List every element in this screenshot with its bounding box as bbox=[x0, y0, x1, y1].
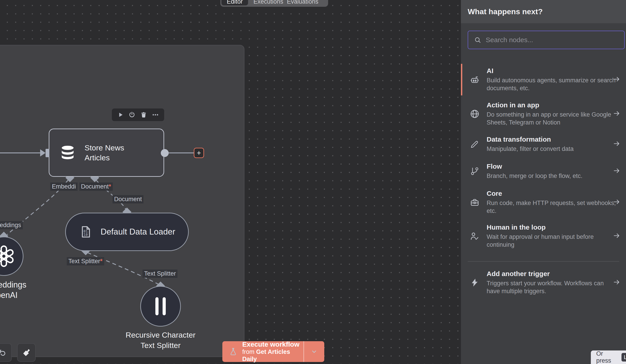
category-item-data-transformation[interactable]: Data transformation Manipulate, filter o… bbox=[461, 135, 626, 153]
item-title: Action in an app bbox=[487, 101, 618, 109]
splitter-icon bbox=[155, 297, 166, 315]
arrow-right-icon bbox=[613, 75, 620, 84]
node-store-news-articles[interactable]: Store News Articles bbox=[49, 128, 164, 177]
play-node-button[interactable] bbox=[117, 111, 124, 119]
tidy-up-button[interactable] bbox=[17, 343, 36, 362]
lightning-icon bbox=[470, 278, 480, 287]
undo-button[interactable] bbox=[0, 343, 12, 362]
item-title: Flow bbox=[487, 162, 618, 170]
broom-icon bbox=[22, 348, 31, 357]
arrow-right-icon bbox=[613, 110, 620, 118]
category-item-human-in-the-loop[interactable]: Human in the loop Wait for approval or h… bbox=[461, 223, 626, 249]
power-toggle-button[interactable] bbox=[128, 111, 136, 119]
toolbox-icon bbox=[470, 197, 480, 207]
database-icon bbox=[59, 143, 76, 162]
item-description: Branch, merge or loop the flow, etc. bbox=[487, 172, 618, 180]
panel-header: What happens next? bbox=[461, 0, 626, 23]
node-search-box[interactable] bbox=[468, 31, 625, 49]
tab-editor[interactable]: Editor bbox=[227, 0, 243, 5]
item-description: Do something in an app or service like G… bbox=[487, 111, 618, 126]
robot-icon bbox=[470, 75, 480, 84]
output-port[interactable] bbox=[161, 149, 169, 157]
delete-node-button[interactable] bbox=[140, 111, 147, 119]
category-item-flow[interactable]: Flow Branch, merge or loop the flow, etc… bbox=[461, 162, 626, 180]
more-options-button[interactable] bbox=[152, 111, 159, 119]
chevron-down-icon bbox=[310, 348, 318, 356]
hint-text: Or press bbox=[596, 350, 618, 364]
node-creator-panel: What happens next? AI Build autonomous a… bbox=[461, 0, 626, 364]
category-item-ai[interactable]: AI Build autonomous agents, summarize or… bbox=[461, 67, 626, 92]
execute-workflow-button[interactable]: Execute workflow from Get Articles Daily bbox=[222, 341, 324, 362]
node-title: Default Data Loader bbox=[101, 227, 175, 237]
item-title: Human in the loop bbox=[487, 223, 618, 231]
label-document-required: Document* bbox=[79, 182, 113, 191]
user-check-icon bbox=[470, 231, 480, 241]
node-recursive-character-text-splitter[interactable] bbox=[140, 286, 181, 326]
item-title: Core bbox=[487, 189, 618, 198]
arrow-right-icon bbox=[613, 140, 620, 148]
arrow-right-icon bbox=[613, 278, 620, 287]
item-title: AI bbox=[487, 67, 618, 75]
undo-icon bbox=[0, 348, 7, 357]
execute-title: Execute workflow bbox=[242, 341, 304, 348]
arrow-right-icon bbox=[613, 167, 620, 175]
label-embeddings-cut: eddings bbox=[0, 221, 23, 229]
node-default-data-loader[interactable]: 01 10 Default Data Loader bbox=[65, 213, 189, 251]
flask-icon bbox=[229, 347, 237, 356]
tab-executions[interactable]: Executions bbox=[253, 0, 283, 5]
label-text-splitter: Text Splitter bbox=[143, 270, 177, 278]
openai-logo-icon bbox=[0, 244, 16, 268]
section-divider bbox=[468, 261, 619, 262]
plus-icon: + bbox=[197, 149, 201, 157]
category-item-core[interactable]: Core Run code, make HTTP requests, set w… bbox=[461, 189, 626, 215]
tab-evaluations[interactable]: Evaluations bbox=[287, 0, 318, 5]
item-description: Manipulate, filter or convert data bbox=[487, 145, 618, 153]
branch-icon bbox=[470, 166, 480, 176]
svg-text:10: 10 bbox=[83, 233, 88, 237]
arrow-right-icon bbox=[613, 198, 620, 206]
workflow-editor: Store News Articles + Embeddi Document* … bbox=[0, 0, 626, 364]
item-description: Triggers start your workflow. Workflows … bbox=[487, 280, 618, 295]
panel-title: What happens next? bbox=[468, 7, 543, 16]
search-icon bbox=[474, 36, 481, 43]
item-title: Data transformation bbox=[487, 135, 618, 143]
node-label-splitter: Recursive Character Text Splitter bbox=[116, 330, 206, 351]
file-binary-icon: 01 10 bbox=[79, 224, 92, 240]
search-input[interactable] bbox=[485, 36, 624, 44]
category-item-add-another-trigger[interactable]: Add another trigger Triggers start your … bbox=[461, 270, 626, 295]
input-port[interactable] bbox=[45, 149, 49, 157]
item-title: Add another trigger bbox=[487, 270, 618, 278]
view-tabs: Editor Executions Evaluations bbox=[220, 0, 328, 7]
execute-label-group: Execute workflow from Get Articles Daily bbox=[222, 341, 304, 362]
pencil-icon bbox=[470, 139, 480, 149]
item-description: Build autonomous agents, summarize or se… bbox=[487, 77, 618, 92]
add-node-button[interactable]: + bbox=[194, 148, 204, 158]
label-text-splitter-required: Text Splitter* bbox=[67, 257, 104, 265]
globe-icon bbox=[470, 109, 480, 119]
category-item-action-in-app[interactable]: Action in an app Do something in an app … bbox=[461, 101, 626, 126]
arrow-right-icon bbox=[613, 232, 620, 241]
label-document: Document bbox=[113, 195, 143, 203]
execute-subtitle: from Get Articles Daily bbox=[242, 348, 304, 363]
hint-key-badge: L bbox=[622, 353, 626, 362]
shortcut-hint: Or press L bbox=[591, 351, 626, 364]
node-title: Store News Articles bbox=[84, 143, 124, 162]
execute-options-button[interactable] bbox=[304, 341, 324, 362]
node-label-embeddings-openai: Embeddings OpenAI bbox=[0, 280, 38, 300]
node-toolbar bbox=[112, 109, 164, 121]
label-embeddings-truncated: Embeddi bbox=[50, 182, 78, 191]
item-description: Wait for approval or human input before … bbox=[487, 233, 618, 249]
item-description: Run code, make HTTP requests, set webhoo… bbox=[487, 199, 618, 215]
